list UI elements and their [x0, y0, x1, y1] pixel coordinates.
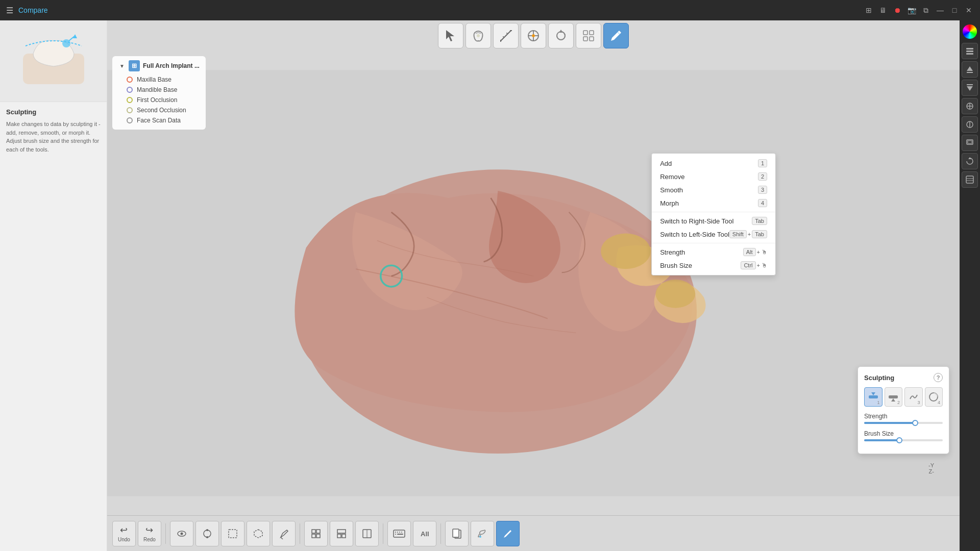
right-layer-down-icon[interactable] — [962, 80, 978, 96]
redo-button[interactable]: ↪ Redo — [138, 521, 161, 546]
strength-slider[interactable] — [864, 422, 943, 424]
record-icon[interactable]: ⏺ — [892, 5, 902, 15]
sculpting-tools: 1 2 3 4 — [864, 387, 943, 407]
context-morph[interactable]: Morph 4 — [652, 196, 775, 210]
left-sidebar: Sculpting Make changes to data by sculpt… — [0, 20, 107, 551]
top-toolbar — [107, 20, 960, 51]
right-layer-up-icon[interactable] — [962, 61, 978, 78]
context-switch-right-label: Switch to Right-Side Tool — [660, 217, 733, 225]
bottom-btn-lasso[interactable] — [247, 521, 270, 546]
context-switch-right-shortcut: Tab — [752, 217, 767, 225]
toolbar-btn-tooth[interactable] — [465, 23, 491, 48]
tree-icon: ⊞ — [129, 60, 140, 71]
svg-marker-63 — [967, 66, 973, 71]
svg-line-6 — [501, 31, 511, 41]
right-texture-icon[interactable] — [962, 171, 978, 188]
3d-scan — [107, 51, 960, 515]
strength-thumb[interactable] — [912, 420, 918, 426]
separator-2 — [300, 523, 300, 544]
second-occlusion-dot — [127, 107, 133, 113]
svg-text:All: All — [421, 530, 429, 538]
undo-button[interactable]: ↩ Undo — [112, 521, 136, 546]
context-morph-shortcut: 4 — [758, 199, 767, 207]
toolbar-btn-sculpt[interactable] — [603, 23, 629, 48]
undo-label: Undo — [118, 537, 130, 542]
toolbar-btn-select[interactable] — [438, 23, 463, 48]
bottom-btn-viewbox[interactable] — [355, 521, 379, 546]
context-add-shortcut: 1 — [758, 159, 767, 167]
tree-item-first-occlusion[interactable]: First Occlusion — [118, 95, 200, 105]
svg-rect-62 — [966, 53, 973, 55]
sculpt-tool-remove[interactable]: 2 — [885, 387, 903, 407]
bottom-btn-pen[interactable] — [272, 521, 296, 546]
monitor-icon[interactable]: 🖥 — [878, 5, 888, 15]
right-refresh-icon[interactable] — [962, 153, 978, 169]
bottom-btn-select-box[interactable] — [221, 521, 244, 546]
toolbar-btn-reset[interactable] — [548, 23, 574, 48]
svg-marker-65 — [967, 86, 973, 91]
svg-point-33 — [180, 532, 183, 535]
bottom-btn-sculpt-active[interactable] — [496, 521, 520, 546]
svg-rect-41 — [316, 530, 320, 533]
separator-4 — [440, 523, 441, 544]
duplicate-icon[interactable]: ⧉ — [921, 5, 931, 15]
context-switch-left[interactable]: Switch to Left-Side Tool Shift + Tab — [652, 228, 775, 241]
svg-rect-66 — [967, 84, 973, 85]
tree-item-maxilla[interactable]: Maxilla Base — [118, 74, 200, 85]
context-switch-left-label: Switch to Left-Side Tool — [660, 231, 729, 238]
toolbar-btn-orient[interactable] — [521, 23, 546, 48]
context-brush-size[interactable]: Brush Size Ctrl + 🖱 — [652, 259, 775, 272]
svg-rect-44 — [337, 530, 346, 533]
bottom-btn-paintbrush[interactable] — [471, 521, 494, 546]
mandible-label: Mandible Base — [137, 86, 177, 93]
context-smooth[interactable]: Smooth 3 — [652, 183, 775, 196]
tree-panel: ▼ ⊞ Full Arch Implant ... Maxilla Base M… — [112, 56, 206, 130]
maximize-icon[interactable]: □ — [949, 5, 960, 15]
bottom-btn-keyboard[interactable] — [387, 521, 411, 546]
y-axis: -Y — [928, 462, 934, 468]
bottom-btn-copy[interactable] — [445, 521, 469, 546]
toolbar-btn-align[interactable] — [576, 23, 601, 48]
context-strength-label: Strength — [660, 248, 685, 256]
sculpt-tool-add[interactable]: 1 — [864, 387, 883, 407]
color-wheel[interactable] — [963, 24, 977, 39]
right-layers-icon[interactable] — [962, 43, 978, 59]
minimize-icon[interactable]: — — [935, 5, 945, 15]
brush-size-thumb[interactable] — [896, 437, 902, 443]
tree-item-mandible[interactable]: Mandible Base — [118, 85, 200, 95]
sidebar-body: Make changes to data by sculpting it - a… — [6, 120, 101, 154]
svg-point-35 — [206, 529, 208, 531]
viewport[interactable]: ▼ ⊞ Full Arch Implant ... Maxilla Base M… — [107, 51, 960, 515]
bottom-btn-grid[interactable] — [304, 521, 328, 546]
bottom-btn-rotate[interactable] — [195, 521, 219, 546]
tree-toggle[interactable]: ▼ — [118, 62, 126, 69]
layout-icon[interactable]: ⊞ — [864, 5, 874, 15]
toolbar-btn-measure[interactable] — [493, 23, 519, 48]
brush-size-fill — [864, 439, 899, 441]
right-merge-icon[interactable] — [962, 98, 978, 114]
sculpting-help-icon[interactable]: ? — [934, 373, 943, 382]
main-area: Sculpting Make changes to data by sculpt… — [0, 20, 980, 551]
sculpt-tool-smooth[interactable]: 3 — [904, 387, 923, 407]
right-split-icon[interactable] — [962, 116, 978, 133]
menu-icon[interactable]: ☰ — [6, 6, 13, 15]
svg-marker-28 — [871, 392, 875, 395]
right-view3d-top-icon[interactable] — [962, 135, 978, 151]
bottom-btn-eyes[interactable] — [170, 521, 193, 546]
svg-marker-30 — [891, 398, 895, 402]
tree-item-face-scan[interactable]: Face Scan Data — [118, 115, 200, 126]
svg-rect-29 — [889, 395, 898, 398]
context-switch-right[interactable]: Switch to Right-Side Tool Tab — [652, 214, 775, 228]
context-strength[interactable]: Strength Alt + 🖱 — [652, 245, 775, 259]
sculpt-tool-smooth-num: 3 — [917, 400, 920, 405]
bottom-btn-all[interactable]: All — [413, 521, 436, 546]
brush-size-slider[interactable] — [864, 439, 943, 441]
screenshot-icon[interactable]: 📷 — [906, 5, 917, 15]
sculpt-tool-morph[interactable]: 4 — [925, 387, 943, 407]
tree-item-second-occlusion[interactable]: Second Occlusion — [118, 105, 200, 115]
context-remove[interactable]: Remove 2 — [652, 170, 775, 183]
context-remove-shortcut: 2 — [758, 172, 767, 181]
bottom-btn-layout[interactable] — [330, 521, 353, 546]
close-icon[interactable]: ✕ — [964, 5, 974, 15]
context-add[interactable]: Add 1 — [652, 157, 775, 170]
